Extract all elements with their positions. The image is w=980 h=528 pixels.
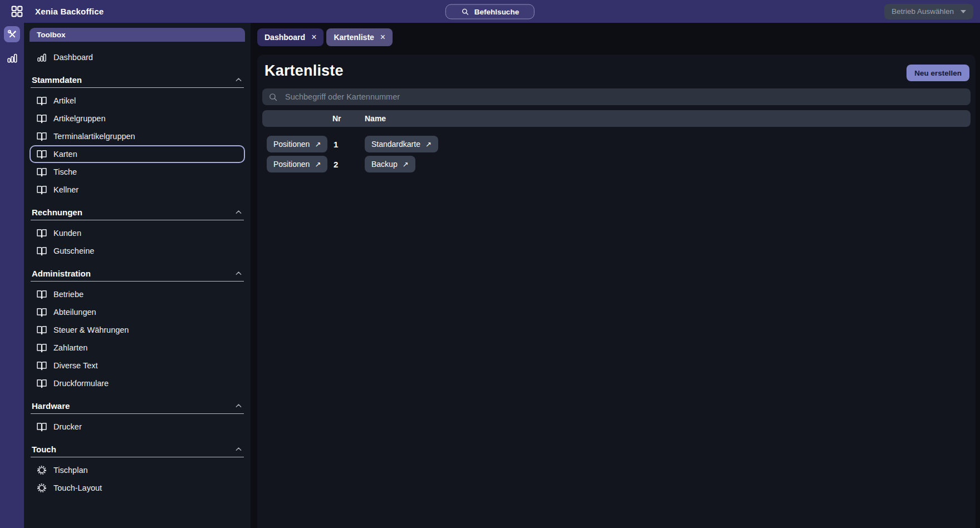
sidebar-item-label: Karten — [53, 150, 77, 159]
table-header-row: Nr Name — [262, 110, 971, 127]
sidebar-item-label: Dashboard — [53, 53, 93, 62]
app-menu-button[interactable] — [9, 4, 24, 19]
sidebar-section-title: Administration — [32, 269, 91, 278]
sidebar-item-label: Kellner — [53, 185, 79, 194]
sidebar-section-title: Rechnungen — [32, 208, 82, 217]
row-nr: 2 — [332, 160, 365, 169]
external-link-icon: ↗ — [315, 140, 321, 149]
sidebar-section-title: Stammdaten — [32, 75, 82, 85]
search-icon — [268, 92, 278, 102]
chevron-up-icon — [234, 76, 243, 84]
tab-kartenliste[interactable]: Kartenliste× — [326, 28, 393, 46]
positions-button[interactable]: Positionen↗ — [267, 136, 327, 152]
sidebar-item-label: Diverse Text — [53, 361, 98, 370]
book-icon — [36, 324, 47, 335]
chevron-up-icon — [234, 208, 243, 216]
sidebar-item-drucker[interactable]: Drucker — [30, 418, 245, 436]
sidebar-item-tische[interactable]: Tische — [30, 163, 245, 181]
sidebar-item-zahlarten[interactable]: Zahlarten — [30, 339, 245, 357]
sidebar-item-terminalartikelgruppen[interactable]: Terminalartikelgruppen — [30, 127, 245, 145]
sidebar-list: DashboardStammdatenArtikelArtikelgruppen… — [24, 42, 251, 528]
sidebar-item-steuer-w-hrungen[interactable]: Steuer & Währungen — [30, 321, 245, 339]
sidebar-item-kellner[interactable]: Kellner — [30, 181, 245, 199]
row-actions-cell: Positionen↗ — [267, 156, 332, 172]
tab-dashboard[interactable]: Dashboard× — [257, 28, 324, 46]
sidebar-item-druckformulare[interactable]: Druckformulare — [30, 374, 245, 392]
chevron-up-icon — [234, 445, 243, 453]
book-icon — [36, 113, 47, 124]
book-icon — [36, 307, 47, 318]
card-name-label: Backup — [371, 160, 398, 169]
card-link-button[interactable]: Standardkarte↗ — [365, 136, 438, 152]
sidebar-item-touch-layout[interactable]: Touch-Layout — [30, 479, 245, 497]
card-name-label: Standardkarte — [371, 140, 420, 149]
command-search-label: Befehlsuche — [474, 7, 519, 16]
company-select-value: Betrieb Auswählen — [891, 7, 954, 16]
close-icon[interactable]: × — [311, 33, 316, 42]
positions-label: Positionen — [273, 160, 310, 169]
grid-logo-icon — [10, 4, 24, 18]
sidebar-item-label: Tische — [53, 167, 77, 176]
section-divider — [31, 457, 244, 457]
sidebar-item-karten[interactable]: Karten — [30, 145, 245, 163]
sidebar-item-dashboard[interactable]: Dashboard — [30, 48, 245, 66]
sidebar-section-header-rechnungen[interactable]: Rechnungen — [31, 206, 244, 219]
sidebar-item-betriebe[interactable]: Betriebe — [30, 285, 245, 303]
sidebar-item-kunden[interactable]: Kunden — [30, 224, 245, 242]
sidebar-section-title: Hardware — [32, 401, 70, 411]
chevron-up-icon — [234, 269, 243, 278]
toolbox-sidebar: Toolbox DashboardStammdatenArtikelArtike… — [24, 23, 251, 528]
sidebar-item-label: Terminalartikelgruppen — [53, 132, 135, 141]
table-row: Positionen↗1Standardkarte↗ — [262, 136, 971, 152]
command-search-button[interactable]: Befehlsuche — [445, 4, 535, 19]
chevron-up-icon — [234, 402, 243, 410]
row-name-cell: Backup↗ — [365, 156, 966, 172]
sidebar-section-header-hardware[interactable]: Hardware — [31, 399, 244, 412]
sidebar-item-diverse-text[interactable]: Diverse Text — [30, 357, 245, 374]
sidebar-item-label: Touch-Layout — [53, 483, 102, 492]
sidebar-section-header-stammdaten[interactable]: Stammdaten — [31, 73, 244, 86]
book-icon — [36, 378, 47, 389]
search-input[interactable] — [284, 92, 964, 102]
book-icon — [36, 131, 47, 142]
app-window: Xenia Backoffice Befehlsuche Betrieb Aus… — [0, 0, 980, 528]
sidebar-item-label: Abteilungen — [53, 308, 96, 317]
book-icon — [36, 95, 47, 106]
table-row: Positionen↗2Backup↗ — [262, 156, 971, 172]
positions-label: Positionen — [273, 140, 310, 149]
page-card: Kartenliste Neu erstellen Nr Name — [257, 55, 976, 528]
sidebar-item-gutscheine[interactable]: Gutscheine — [30, 242, 245, 260]
icon-rail — [0, 23, 24, 528]
company-select[interactable]: Betrieb Auswählen — [884, 4, 973, 19]
book-icon — [36, 421, 47, 432]
table-header-name: Name — [365, 114, 966, 123]
gear-icon — [36, 482, 47, 494]
section-divider — [31, 87, 244, 88]
create-new-button[interactable]: Neu erstellen — [906, 65, 969, 81]
sidebar-item-label: Steuer & Währungen — [53, 325, 129, 334]
external-link-icon: ↗ — [315, 160, 321, 169]
sidebar-item-label: Kunden — [53, 229, 81, 238]
sidebar-item-artikelgruppen[interactable]: Artikelgruppen — [30, 110, 245, 127]
sidebar-section-header-administration[interactable]: Administration — [31, 267, 244, 280]
search-bar — [262, 88, 971, 105]
chevron-down-icon — [961, 10, 966, 13]
sidebar-section-title: Touch — [32, 445, 56, 454]
card-link-button[interactable]: Backup↗ — [365, 156, 415, 172]
sidebar-item-label: Artikelgruppen — [53, 114, 106, 123]
table-header-nr: Nr — [332, 114, 365, 123]
body-row: Toolbox DashboardStammdatenArtikelArtike… — [0, 23, 980, 528]
book-icon — [36, 289, 47, 300]
positions-button[interactable]: Positionen↗ — [267, 156, 327, 172]
sidebar-section-header-touch[interactable]: Touch — [31, 443, 244, 456]
bar-chart-icon — [6, 52, 18, 64]
search-icon — [461, 7, 469, 16]
sidebar-item-abteilungen[interactable]: Abteilungen — [30, 303, 245, 321]
topbar: Xenia Backoffice Befehlsuche Betrieb Aus… — [0, 0, 980, 23]
rail-toolbox-button[interactable] — [4, 26, 20, 42]
sidebar-item-artikel[interactable]: Artikel — [30, 92, 245, 110]
sidebar-item-tischplan[interactable]: Tischplan — [30, 461, 245, 479]
rail-statistics-button[interactable] — [6, 52, 18, 64]
book-icon — [36, 184, 47, 195]
close-icon[interactable]: × — [380, 33, 385, 42]
